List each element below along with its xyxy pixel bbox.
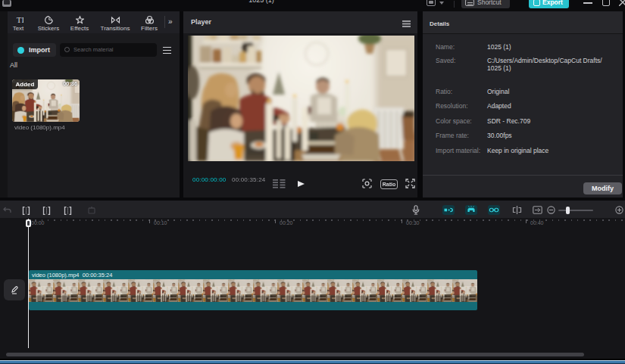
svg-text:TI: TI bbox=[16, 15, 23, 24]
